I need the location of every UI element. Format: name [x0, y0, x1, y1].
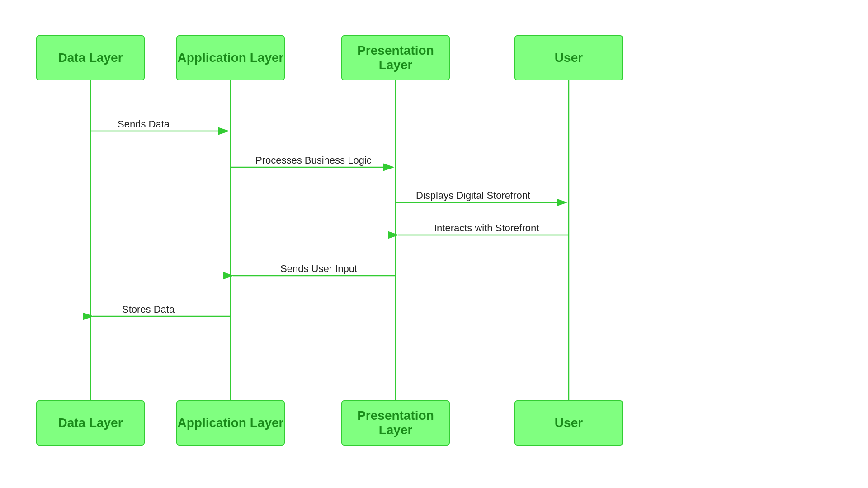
app-layer-top-box: Application Layer: [176, 35, 285, 80]
user-bot-box: User: [514, 400, 623, 446]
diagram-container: Data Layer Application Layer Presentatio…: [0, 0, 868, 488]
sends-user-input-label: Sends User Input: [280, 263, 357, 275]
pres-layer-bot-label: Presentation Layer: [342, 408, 449, 437]
user-top-label: User: [555, 51, 583, 65]
app-layer-bot-box: Application Layer: [176, 400, 285, 446]
data-layer-top-label: Data Layer: [58, 51, 123, 65]
stores-data-label: Stores Data: [122, 304, 175, 315]
processes-business-label: Processes Business Logic: [255, 155, 372, 166]
sends-data-label: Sends Data: [118, 118, 170, 130]
interacts-storefront-label: Interacts with Storefront: [434, 222, 539, 234]
user-top-box: User: [514, 35, 623, 80]
data-layer-bot-label: Data Layer: [58, 416, 123, 430]
app-layer-bot-label: Application Layer: [178, 416, 284, 430]
pres-layer-top-box: Presentation Layer: [341, 35, 450, 80]
data-layer-bot-box: Data Layer: [36, 400, 145, 446]
data-layer-top-box: Data Layer: [36, 35, 145, 80]
user-bot-label: User: [555, 416, 583, 430]
displays-storefront-label: Displays Digital Storefront: [416, 190, 530, 202]
pres-layer-top-label: Presentation Layer: [342, 43, 449, 72]
pres-layer-bot-box: Presentation Layer: [341, 400, 450, 446]
app-layer-top-label: Application Layer: [178, 51, 284, 65]
